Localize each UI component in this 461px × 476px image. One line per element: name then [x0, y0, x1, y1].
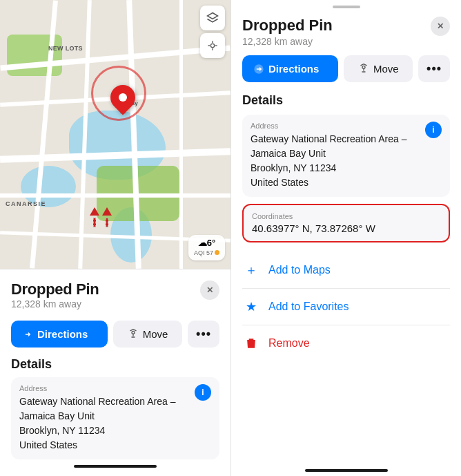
right-directions-button[interactable]: Directions — [242, 55, 338, 82]
arrow-stem-1 — [93, 218, 96, 227]
svg-point-5 — [210, 44, 214, 47]
right-details-heading: Details — [242, 93, 450, 108]
coordinates-card: Coordinates 40.63977° N, 73.87268° W — [242, 204, 450, 242]
svg-marker-0 — [208, 13, 218, 19]
right-panel-subtitle: 12,328 km away — [242, 36, 333, 47]
map-label-canarsie: CANARSIE — [6, 200, 46, 207]
right-address-value: Gateway National Recreation Area – Jamai… — [251, 132, 406, 190]
right-move-button[interactable]: Move — [344, 55, 413, 82]
road-v4 — [179, 0, 183, 269]
arrow-stem-2 — [106, 218, 108, 227]
home-indicator-left — [74, 465, 157, 468]
arrow-up-1 — [90, 207, 99, 216]
nav-arrow-2 — [102, 207, 112, 227]
weather-aqi: AQI 57 — [194, 249, 219, 258]
pin-title: Dropped Pin — [11, 280, 99, 298]
nav-arrow-1 — [90, 207, 99, 227]
remove-item[interactable]: Remove — [242, 325, 450, 361]
pin-distance: 12,328 km away — [11, 298, 99, 310]
coordinates-value: 40.63977° N, 73.87268° W — [252, 222, 440, 234]
close-button[interactable]: ✕ — [200, 280, 219, 300]
map-label-newlots: NEW LOTS — [48, 45, 83, 52]
right-directions-icon — [253, 64, 264, 75]
directions-button[interactable]: Directions — [11, 321, 108, 348]
map-area: CANARSIE NEW LOTS Gateway — [0, 0, 230, 269]
address-text: Gateway National Recreation Area – Jamai… — [19, 394, 175, 453]
add-to-favorites-item[interactable]: ★ Add to Favorites — [242, 289, 450, 325]
road-h4 — [0, 193, 230, 198]
directions-icon — [22, 329, 33, 340]
right-panel-title: Dropped Pin — [242, 17, 333, 35]
home-indicator-right — [305, 469, 388, 472]
add-to-favorites-label: Add to Favorites — [268, 301, 349, 313]
action-row: Directions Move ••• — [11, 321, 219, 348]
left-panel: CANARSIE NEW LOTS Gateway — [0, 0, 230, 476]
right-body: Details Address Gateway National Recreat… — [231, 93, 461, 464]
right-action-row: Directions Move ••• — [231, 55, 461, 93]
coordinates-label: Coordinates — [252, 212, 440, 220]
more-button[interactable]: ••• — [188, 321, 219, 348]
card-title-group: Dropped Pin 12,328 km away — [11, 280, 99, 318]
right-header: Dropped Pin 12,328 km away ✕ — [231, 8, 461, 55]
right-address-content: Address Gateway National Recreation Area… — [251, 122, 406, 190]
right-move-icon — [358, 64, 369, 75]
action-list: ＋ Add to Maps ★ Add to Favorites Remove — [242, 252, 450, 361]
add-to-favorites-icon: ★ — [242, 298, 260, 316]
right-address-row: Address Gateway National Recreation Area… — [251, 122, 442, 190]
right-address-card: Address Gateway National Recreation Area… — [242, 115, 450, 197]
details-heading: Details — [11, 357, 219, 372]
move-icon — [128, 329, 139, 340]
add-to-maps-icon: ＋ — [242, 261, 260, 279]
bottom-card: Dropped Pin 12,328 km away ✕ Directions — [0, 269, 230, 476]
arrow-up-2 — [102, 207, 112, 216]
map-pin — [110, 85, 135, 114]
address-info-button[interactable]: i — [195, 384, 211, 401]
address-card: Address Gateway National Recreation Area… — [11, 377, 219, 459]
address-label: Address — [19, 384, 175, 392]
right-close-button[interactable]: ✕ — [431, 17, 450, 36]
right-address-label: Address — [251, 122, 406, 130]
add-to-maps-label: Add to Maps — [268, 264, 331, 276]
card-header: Dropped Pin 12,328 km away ✕ — [11, 280, 219, 318]
right-more-button[interactable]: ••• — [418, 55, 450, 82]
right-panel: Dropped Pin 12,328 km away ✕ Directions … — [230, 0, 461, 476]
right-address-info-button[interactable]: i — [425, 122, 442, 138]
map-layers-button[interactable] — [200, 6, 225, 30]
add-to-maps-item[interactable]: ＋ Add to Maps — [242, 252, 450, 289]
remove-icon — [242, 334, 260, 352]
remove-label: Remove — [268, 337, 310, 350]
map-controls — [200, 6, 225, 58]
navigation-arrows — [90, 207, 112, 227]
pin-center — [119, 93, 127, 102]
map-location-button[interactable] — [200, 33, 225, 58]
move-button[interactable]: Move — [113, 321, 182, 348]
right-title-group: Dropped Pin 12,328 km away — [242, 17, 333, 47]
weather-badge: ☁6° AQI 57 — [188, 235, 225, 260]
weather-temp: ☁6° — [198, 238, 215, 249]
address-content: Address Gateway National Recreation Area… — [19, 384, 175, 453]
